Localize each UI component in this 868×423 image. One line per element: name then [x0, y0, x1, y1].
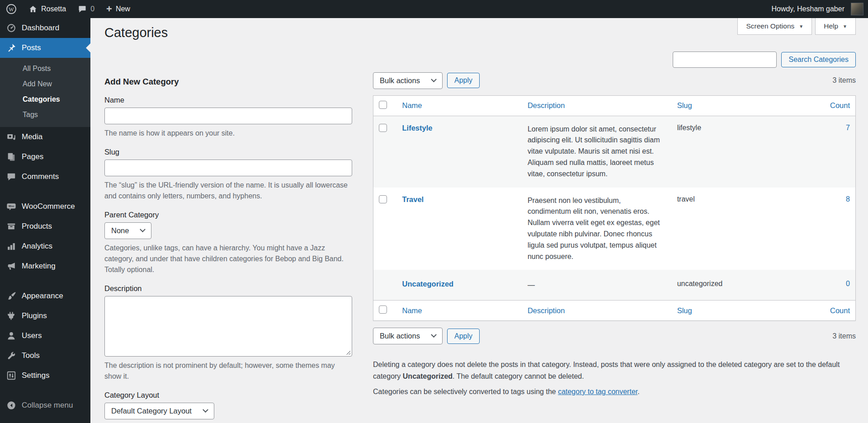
- resize-grip-icon[interactable]: [345, 350, 350, 355]
- chevron-down-icon: [431, 332, 437, 338]
- convert-note-end: .: [637, 388, 639, 395]
- delete-note-end: . The default category cannot be deleted…: [453, 372, 584, 380]
- sidebar-item-tools[interactable]: Tools: [0, 346, 90, 366]
- new-content-menu[interactable]: + New: [100, 0, 136, 18]
- search-categories-input[interactable]: [673, 52, 777, 68]
- search-categories-button[interactable]: Search Categories: [781, 52, 856, 67]
- plus-icon: +: [106, 4, 112, 14]
- sidebar-item-all-posts[interactable]: All Posts: [0, 61, 90, 76]
- category-count-link[interactable]: 7: [792, 116, 855, 187]
- column-header-description[interactable]: Description: [522, 301, 672, 321]
- column-header-description[interactable]: Description: [522, 95, 672, 116]
- chevron-down-icon: [140, 226, 146, 232]
- column-header-count[interactable]: Count: [792, 301, 855, 321]
- collapse-menu-button[interactable]: Collapse menu: [0, 395, 90, 415]
- apply-button[interactable]: Apply: [447, 329, 480, 344]
- add-category-form: Add New Category Name The name is how it…: [103, 72, 352, 423]
- sidebar-item-media[interactable]: Media: [0, 127, 90, 147]
- column-header-name[interactable]: Name: [397, 301, 522, 321]
- screen-options-tab[interactable]: Screen Options ▼: [737, 18, 812, 35]
- select-all-checkbox[interactable]: [379, 101, 387, 109]
- comments-icon: [6, 172, 16, 182]
- categories-list: Bulk actions Apply 3 items Name Descript…: [373, 72, 856, 401]
- collapse-menu-label: Collapse menu: [22, 401, 73, 410]
- current-menu-arrow-icon: [81, 43, 90, 52]
- sidebar-item-tags[interactable]: Tags: [0, 107, 90, 122]
- my-account-menu[interactable]: Howdy, Hesham gaber: [765, 0, 846, 18]
- sidebar-item-marketing[interactable]: Marketing: [0, 256, 90, 276]
- sidebar-item-plugins[interactable]: Plugins: [0, 306, 90, 326]
- column-header-slug[interactable]: Slug: [672, 301, 793, 321]
- sidebar-item-settings[interactable]: Settings: [0, 366, 90, 385]
- wp-logo-menu[interactable]: W: [0, 0, 23, 18]
- sidebar-item-categories[interactable]: Categories: [0, 92, 90, 107]
- sidebar-label: Analytics: [22, 242, 52, 251]
- bulk-actions-select[interactable]: Bulk actions: [373, 328, 443, 344]
- bulk-actions-select[interactable]: Bulk actions: [373, 72, 443, 89]
- main-content: Screen Options ▼ Help ▼ Categories Searc…: [90, 0, 868, 423]
- category-name-input[interactable]: [104, 108, 352, 124]
- sidebar-item-appearance[interactable]: Appearance: [0, 286, 90, 306]
- user-icon: [6, 331, 16, 341]
- svg-text:W: W: [9, 6, 14, 13]
- comments-count: 0: [90, 5, 94, 13]
- category-name-link[interactable]: Travel: [402, 195, 424, 203]
- comments-menu[interactable]: 0: [72, 0, 100, 18]
- sidebar-label: Tools: [22, 351, 40, 360]
- row-checkbox[interactable]: [379, 124, 387, 132]
- row-checkbox[interactable]: [379, 195, 387, 203]
- table-row: Uncategorized — uncategorized 0: [373, 270, 856, 301]
- select-all-checkbox[interactable]: [379, 306, 387, 314]
- sidebar-item-users[interactable]: Users: [0, 326, 90, 346]
- sidebar-item-woocommerce[interactable]: Woo WooCommerce: [0, 197, 90, 216]
- column-header-slug[interactable]: Slug: [672, 95, 793, 116]
- site-name-label: Rosetta: [41, 5, 66, 13]
- chevron-down-icon: [203, 407, 208, 413]
- sidebar-label: WooCommerce: [22, 202, 75, 211]
- sidebar-item-comments[interactable]: Comments: [0, 167, 90, 187]
- category-description: Lorem ipsum dolor sit amet, consectetur …: [522, 116, 672, 187]
- category-to-tag-converter-link[interactable]: category to tag converter: [558, 388, 637, 395]
- category-count-link[interactable]: 8: [792, 188, 855, 270]
- table-row: Lifestyle Lorem ipsum dolor sit amet, co…: [373, 116, 856, 187]
- sidebar-item-dashboard[interactable]: Dashboard: [0, 18, 90, 38]
- category-description-textarea[interactable]: [104, 296, 352, 357]
- sidebar-label: Marketing: [22, 262, 56, 271]
- sidebar-item-posts[interactable]: Posts: [0, 38, 90, 58]
- parent-category-value: None: [111, 226, 129, 235]
- comment-bubble-icon: [78, 5, 87, 14]
- parent-category-select[interactable]: None: [104, 222, 151, 239]
- sidebar-item-analytics[interactable]: Analytics: [0, 236, 90, 256]
- categories-table: Name Description Slug Count Lifestyle Lo…: [373, 95, 856, 321]
- plugin-icon: [6, 311, 16, 321]
- category-count-link[interactable]: 0: [792, 270, 855, 301]
- caret-down-icon: ▼: [799, 24, 803, 29]
- paintbrush-icon: [6, 291, 16, 301]
- category-slug-input[interactable]: [104, 160, 352, 176]
- avatar[interactable]: [851, 3, 863, 15]
- sidebar-label: Posts: [22, 43, 41, 52]
- category-layout-select[interactable]: Default Category Layout: [104, 403, 214, 419]
- help-tab[interactable]: Help ▼: [815, 18, 856, 35]
- sidebar-item-pages[interactable]: Pages: [0, 147, 90, 167]
- tablenav-bottom: Bulk actions Apply 3 items: [373, 328, 856, 344]
- site-name-menu[interactable]: Rosetta: [23, 0, 72, 18]
- category-slug: lifestyle: [672, 116, 793, 187]
- admin-bar: W Rosetta 0 + New Howdy, Hesham gaber: [0, 0, 868, 18]
- category-name-link[interactable]: Uncategorized: [402, 280, 454, 288]
- caret-down-icon: ▼: [843, 24, 847, 29]
- name-help-text: The name is how it appears on your site.: [104, 128, 352, 139]
- convert-note: Categories can be selectively converted …: [373, 386, 856, 398]
- slug-label: Slug: [104, 148, 352, 156]
- apply-button[interactable]: Apply: [447, 73, 480, 88]
- category-slug: uncategorized: [672, 270, 793, 301]
- wordpress-logo-icon: W: [6, 4, 17, 14]
- category-notes: Deleting a category does not delete the …: [373, 359, 856, 397]
- column-header-name[interactable]: Name: [397, 95, 522, 116]
- category-name-link[interactable]: Lifestyle: [402, 124, 433, 132]
- table-row: Travel Praesent non leo vestibulum, cond…: [373, 188, 856, 270]
- sidebar-item-add-new[interactable]: Add New: [0, 76, 90, 92]
- parent-category-label: Parent Category: [104, 211, 352, 219]
- sidebar-item-products[interactable]: Products: [0, 216, 90, 236]
- column-header-count[interactable]: Count: [792, 95, 855, 116]
